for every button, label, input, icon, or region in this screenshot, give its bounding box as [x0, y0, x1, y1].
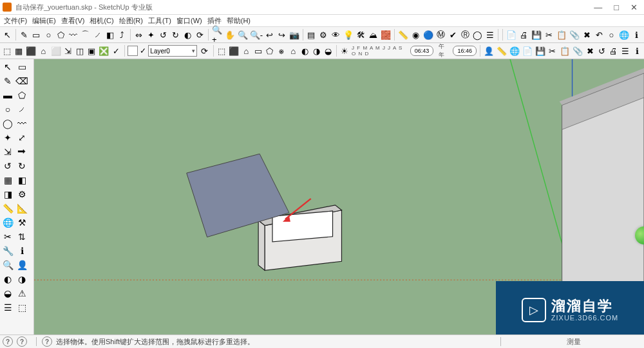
- tool-icon[interactable]: 📋: [560, 45, 570, 57]
- tool-icon[interactable]: ↶: [594, 29, 604, 41]
- view-icon[interactable]: ◒: [324, 45, 333, 57]
- tool-icon[interactable]: ☰: [621, 45, 630, 57]
- tool-icon[interactable]: ○: [44, 29, 53, 41]
- side-tool-icon[interactable]: ⚒: [15, 216, 28, 229]
- month-strip[interactable]: J F M A M J J A S O N D: [352, 45, 408, 57]
- time-display-2[interactable]: 16:46: [453, 46, 477, 56]
- tool-icon[interactable]: ▭: [32, 29, 41, 41]
- viewport[interactable]: ▷ 溜溜自学 ZIXUE.3D66.COM: [34, 59, 644, 339]
- side-tool-icon[interactable]: ◨: [1, 188, 14, 201]
- side-tool-icon[interactable]: ✂: [1, 230, 14, 243]
- menu-item[interactable]: 帮助(H): [225, 16, 252, 26]
- tool-icon[interactable]: ⟋: [93, 29, 102, 41]
- tool-icon[interactable]: ☰: [485, 29, 495, 41]
- tool-icon[interactable]: 💾: [531, 29, 542, 41]
- side-tool-icon[interactable]: ⚠: [15, 287, 28, 300]
- tool-icon[interactable]: ℹ: [632, 45, 641, 57]
- tool-icon[interactable]: 💡: [343, 29, 354, 41]
- side-tool-icon[interactable]: ⤢: [15, 131, 28, 144]
- close-button[interactable]: ✕: [630, 3, 638, 12]
- tool-icon[interactable]: Ⓡ: [460, 29, 470, 41]
- view-icon[interactable]: ⎈: [277, 45, 286, 57]
- tool-icon[interactable]: ⛰: [368, 29, 378, 41]
- view-icon[interactable]: ◑: [312, 45, 321, 57]
- side-tool-icon[interactable]: ⮕: [15, 145, 28, 158]
- tool-icon[interactable]: ⇔: [134, 29, 144, 41]
- time-display[interactable]: 06:43: [410, 46, 434, 56]
- tool-icon[interactable]: ✂: [544, 29, 554, 41]
- view-icon[interactable]: ⬛: [26, 45, 36, 57]
- side-tool-icon[interactable]: ◒: [1, 287, 14, 300]
- side-tool-icon[interactable]: 🌐: [1, 216, 14, 229]
- side-tool-icon[interactable]: ✎: [1, 75, 14, 87]
- tool-icon[interactable]: 👤: [484, 45, 494, 57]
- tool-icon[interactable]: 💾: [535, 45, 545, 57]
- tool-icon[interactable]: 📏: [398, 29, 408, 41]
- view-icon[interactable]: ⬛: [229, 45, 239, 57]
- layer-refresh-icon[interactable]: ⟳: [198, 45, 210, 57]
- tool-icon[interactable]: ↩: [265, 29, 274, 41]
- view-icon[interactable]: ✓: [111, 45, 120, 57]
- tool-icon[interactable]: ✎: [19, 29, 29, 41]
- tool-icon[interactable]: ⌒: [80, 29, 90, 41]
- side-tool-icon[interactable]: 📏: [1, 202, 14, 215]
- side-tool-icon[interactable]: ⇅: [15, 230, 28, 243]
- help-icon[interactable]: ?: [3, 336, 13, 347]
- menu-item[interactable]: 工具(T): [147, 16, 173, 26]
- maximize-button[interactable]: □: [614, 3, 619, 12]
- tool-icon[interactable]: 🔍+: [212, 29, 222, 41]
- tool-icon[interactable]: ⬠: [56, 29, 66, 41]
- side-tool-icon[interactable]: ⬠: [15, 89, 28, 102]
- sun-icon[interactable]: ☀: [340, 45, 349, 57]
- side-tool-icon[interactable]: 📐: [15, 202, 28, 215]
- menu-item[interactable]: 绘图(R): [118, 16, 144, 26]
- side-tool-icon[interactable]: ↻: [15, 160, 28, 172]
- view-icon[interactable]: ◫: [75, 45, 84, 57]
- side-tool-icon[interactable]: 👤: [15, 259, 28, 271]
- view-icon[interactable]: ⌂: [289, 45, 298, 57]
- side-tool-icon[interactable]: ⌫: [15, 75, 28, 87]
- tool-icon[interactable]: 🧱: [381, 29, 391, 41]
- tool-icon[interactable]: 📷: [289, 29, 299, 41]
- side-tool-icon[interactable]: ◐: [1, 273, 14, 286]
- help-icon-2[interactable]: ?: [17, 336, 27, 347]
- menu-item[interactable]: 文件(F): [3, 16, 28, 26]
- tool-icon[interactable]: ✂: [548, 45, 557, 57]
- side-tool-icon[interactable]: ▬: [1, 89, 14, 102]
- tool-icon[interactable]: 📄: [506, 29, 516, 41]
- side-tool-icon[interactable]: 〰: [15, 117, 28, 130]
- view-icon[interactable]: ◐: [300, 45, 309, 57]
- tool-icon[interactable]: ⚙: [319, 29, 328, 41]
- tool-icon[interactable]: 🖨: [519, 29, 529, 41]
- view-icon[interactable]: ⌂: [242, 45, 251, 57]
- side-tool-icon[interactable]: ✦: [1, 131, 14, 144]
- tool-icon[interactable]: ◉: [411, 29, 421, 41]
- tool-icon[interactable]: 🛠: [356, 29, 366, 41]
- tool-icon[interactable]: 📏: [497, 45, 507, 57]
- side-tool-icon[interactable]: ☰: [1, 301, 14, 314]
- tool-icon[interactable]: 🖨: [609, 45, 618, 57]
- tool-icon[interactable]: ◐: [183, 29, 193, 41]
- menu-item[interactable]: 相机(C): [88, 16, 115, 26]
- view-icon[interactable]: ⬜: [51, 45, 61, 57]
- side-tool-icon[interactable]: ⚙: [15, 188, 28, 201]
- view-icon[interactable]: ▦: [14, 45, 23, 57]
- side-tool-icon[interactable]: ▭: [15, 60, 28, 73]
- tool-icon[interactable]: ◧: [105, 29, 115, 41]
- tool-icon[interactable]: ✦: [146, 29, 156, 41]
- view-icon[interactable]: ⌂: [39, 45, 48, 57]
- tool-icon[interactable]: ○: [607, 29, 616, 41]
- side-tool-icon[interactable]: ◯: [1, 117, 14, 130]
- tool-icon[interactable]: ↺: [597, 45, 606, 57]
- view-icon[interactable]: ▣: [87, 45, 96, 57]
- tool-icon[interactable]: 📋: [556, 29, 567, 41]
- side-tool-icon[interactable]: ⬚: [15, 301, 28, 314]
- side-tool-icon[interactable]: ⟋: [15, 103, 28, 116]
- tool-icon[interactable]: ⟳: [195, 29, 205, 41]
- menu-item[interactable]: 插件: [206, 16, 223, 26]
- view-icon[interactable]: ▭: [254, 45, 263, 57]
- tool-icon[interactable]: 📄: [522, 45, 533, 57]
- minimize-button[interactable]: —: [594, 3, 602, 12]
- view-icon[interactable]: ⬠: [265, 45, 274, 57]
- tool-icon[interactable]: 📎: [573, 45, 583, 57]
